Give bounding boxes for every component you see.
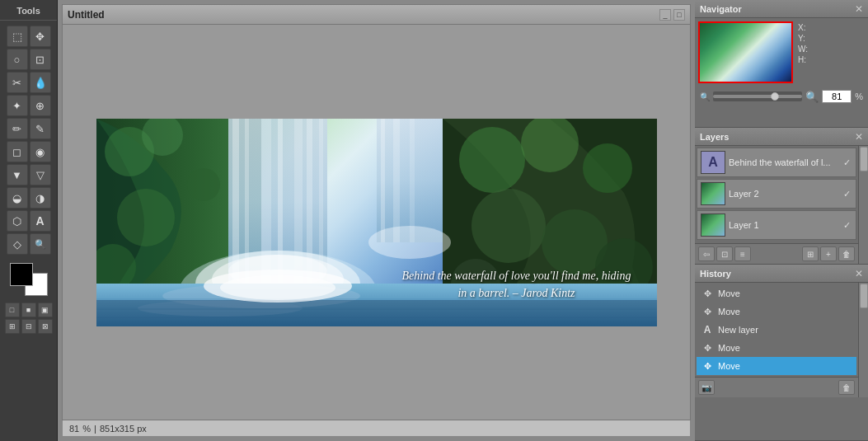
tool-gradient[interactable]: ▽ <box>30 164 51 185</box>
history-panel: History ✕ ✥ Move ✥ Move A New layer <box>695 265 868 441</box>
grid-2[interactable]: ⊟ <box>21 319 36 334</box>
history-tb-delete[interactable]: 🗑 <box>838 380 855 395</box>
layers-tb-mode[interactable]: ⇦ <box>698 246 715 261</box>
layers-tb-blend[interactable]: ⊡ <box>716 246 733 261</box>
tool-dodge[interactable]: ◒ <box>7 187 28 209</box>
nav-x-label: X: <box>798 23 805 32</box>
zoom-unit-display: % <box>82 424 91 434</box>
quick-mask-on[interactable]: ■ <box>21 303 36 317</box>
svg-rect-36 <box>381 119 385 242</box>
navigator-panel-header: Navigator ✕ <box>695 0 868 18</box>
tool-move[interactable]: ✥ <box>30 26 51 47</box>
canvas-statusbar: 81 % | 851x315 px <box>62 420 691 437</box>
canvas-body: Behind the waterfall of love you'll find… <box>62 24 691 420</box>
canvas-title: Untitled <box>68 9 105 21</box>
history-scrollbar[interactable] <box>858 283 868 397</box>
history-item-4[interactable]: ✥ Move <box>697 357 856 375</box>
grid-1[interactable]: ⊞ <box>5 319 20 334</box>
tools-title: Tools <box>0 3 57 21</box>
history-tb-new-snap[interactable]: 📷 <box>698 380 715 395</box>
tool-shapes[interactable]: ◇ <box>7 233 28 255</box>
layer-2-visibility[interactable]: ✓ <box>841 188 852 199</box>
layers-tb-add-layer[interactable]: + <box>820 246 837 261</box>
layers-close-button[interactable]: ✕ <box>855 131 863 143</box>
history-item-0[interactable]: ✥ Move <box>697 284 856 303</box>
svg-rect-32 <box>96 300 657 326</box>
quick-mask-off[interactable]: □ <box>5 303 20 317</box>
main-area: Untitled _ □ <box>58 0 695 441</box>
tool-bucket[interactable]: ▼ <box>7 164 28 185</box>
tool-clone[interactable]: ⊕ <box>30 95 51 116</box>
history-icon-4: ✥ <box>701 360 713 372</box>
navigator-close-button[interactable]: ✕ <box>855 3 863 15</box>
history-icon-0: ✥ <box>701 288 713 299</box>
history-toolbar: 📷 🗑 <box>695 377 858 397</box>
tool-pencil[interactable]: ✎ <box>30 118 51 139</box>
layer-item-1[interactable]: Layer 1 ✓ <box>697 210 856 240</box>
tool-crop[interactable]: ✂ <box>7 72 28 93</box>
tool-heal[interactable]: ✦ <box>7 95 28 116</box>
layer-1-thumb <box>701 213 725 237</box>
zoom-max-icon: 🔍 <box>805 91 819 103</box>
layers-tb-add-mask[interactable]: ⊞ <box>802 246 819 261</box>
svg-point-39 <box>368 226 451 259</box>
svg-point-9 <box>583 143 632 193</box>
layers-list: A Behind the waterfall of l... ✓ Layer 2… <box>695 146 858 243</box>
screen-mode[interactable]: ▣ <box>38 303 53 317</box>
history-icon-2: A <box>701 324 713 335</box>
tool-eraser[interactable]: ◻ <box>7 141 28 162</box>
window-controls: _ □ <box>659 9 685 21</box>
tool-path[interactable]: ⬡ <box>7 210 28 232</box>
svg-point-3 <box>187 168 220 201</box>
navigator-thumbnail <box>698 21 793 83</box>
tool-zoom[interactable]: 🔍 <box>30 233 51 255</box>
status-separator: | <box>94 424 96 434</box>
layers-tb-group[interactable]: ≡ <box>734 246 751 261</box>
layer-item-text[interactable]: A Behind the waterfall of l... ✓ <box>697 148 856 177</box>
canvas-titlebar: Untitled _ □ <box>62 4 691 24</box>
svg-point-10 <box>472 189 546 263</box>
svg-rect-38 <box>410 119 415 242</box>
zoom-slider[interactable] <box>713 91 802 101</box>
layers-panel-header: Layers ✕ <box>695 128 868 146</box>
layer-text-visibility[interactable]: ✓ <box>841 157 852 168</box>
tool-burn[interactable]: ◑ <box>30 187 51 209</box>
history-close-button[interactable]: ✕ <box>855 268 863 279</box>
layer-item-2[interactable]: Layer 2 ✓ <box>697 179 856 209</box>
history-icon-1: ✥ <box>701 306 713 317</box>
layer-1-visibility[interactable]: ✓ <box>841 219 852 231</box>
grid-3[interactable]: ⊠ <box>38 319 53 334</box>
layers-title: Layers <box>700 132 729 142</box>
tool-zoom-select[interactable]: ⊡ <box>30 49 51 70</box>
zoom-input-field[interactable]: 81 <box>822 90 852 103</box>
tool-select-rect[interactable]: ⬚ <box>7 26 28 47</box>
navigator-content: X: Y: W: H: <box>695 18 868 87</box>
layers-tb-delete[interactable]: 🗑 <box>838 246 855 261</box>
maximize-button[interactable]: □ <box>673 9 685 21</box>
layers-scrollbar[interactable] <box>858 146 868 264</box>
minimize-button[interactable]: _ <box>659 9 671 21</box>
foreground-color-swatch[interactable] <box>10 263 33 286</box>
history-item-2[interactable]: A New layer <box>697 321 856 339</box>
navigator-panel: Navigator ✕ X: Y: W: H: <box>695 0 868 128</box>
tool-text[interactable]: A <box>30 210 51 232</box>
navigator-thumb-image <box>700 23 791 82</box>
nav-x: X: <box>798 23 808 32</box>
color-swatches <box>10 263 48 296</box>
tool-lasso[interactable]: ○ <box>7 49 28 70</box>
tool-smudge[interactable]: ◉ <box>30 141 51 162</box>
history-icon-3: ✥ <box>701 342 713 354</box>
history-item-3[interactable]: ✥ Move <box>697 339 856 357</box>
tool-eyedropper[interactable]: 💧 <box>30 72 51 93</box>
canvas-dimensions: 851x315 px <box>100 424 147 434</box>
history-item-1[interactable]: ✥ Move <box>697 303 856 321</box>
history-label-4: Move <box>718 361 740 371</box>
nav-w: W: <box>798 45 808 54</box>
history-label-1: Move <box>718 307 740 317</box>
tool-brush[interactable]: ✏ <box>7 118 28 139</box>
zoom-value-display: 81 <box>69 424 79 434</box>
history-title: History <box>700 269 731 279</box>
canvas-image: Behind the waterfall of love you'll find… <box>96 119 657 326</box>
layers-toolbar: ⇦ ⊡ ≡ ⊞ + 🗑 <box>695 243 858 264</box>
layer-text-thumb: A <box>701 151 725 174</box>
